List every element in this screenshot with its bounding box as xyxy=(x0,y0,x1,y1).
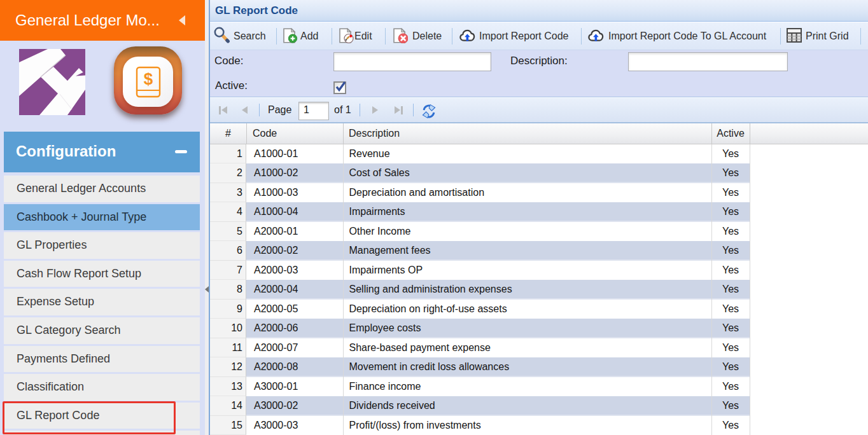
svg-text:$: $ xyxy=(144,69,153,88)
